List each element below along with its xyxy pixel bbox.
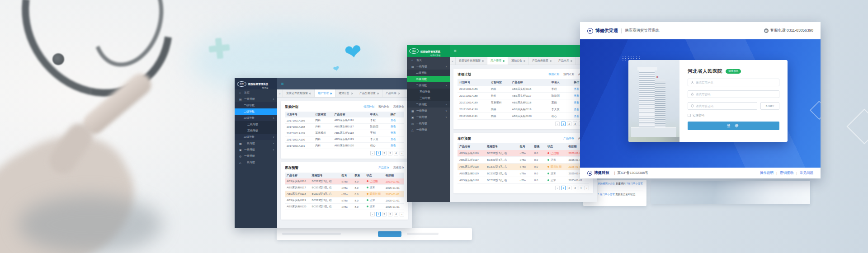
prev-page-button[interactable]: ‹ (555, 122, 560, 126)
sidebar-item-nav2[interactable]: 二级导航∧ (235, 115, 277, 121)
link-requisition-plan[interactable]: 领用计划 (548, 72, 559, 76)
page-button[interactable]: 4 (579, 186, 583, 190)
page-button[interactable]: 2 (382, 151, 387, 155)
sidebar-item-home[interactable]: ⌂首页 (235, 89, 277, 96)
page-button[interactable]: 1 (376, 212, 381, 216)
password-input[interactable] (696, 93, 776, 96)
view-link[interactable]: 查看 (389, 125, 404, 129)
tab-close-icon[interactable] (330, 93, 332, 94)
menu-toggle-icon[interactable]: ≡ (454, 49, 457, 53)
tab-close-icon[interactable] (309, 93, 311, 94)
page-button[interactable]: 3 (573, 122, 577, 126)
menu-toggle-icon[interactable]: ≡ (281, 82, 284, 86)
page-button[interactable]: 3 (388, 151, 392, 155)
collapse-tabs-icon[interactable]: « (450, 57, 456, 65)
tab-product-outbound[interactable]: 产品出库 (555, 57, 576, 65)
tab-close-icon[interactable] (351, 93, 353, 94)
captcha-field[interactable] (688, 102, 757, 110)
page-button[interactable]: 2 (382, 212, 387, 216)
captcha-question[interactable]: 6+8=? (760, 102, 779, 110)
page-button[interactable]: 4 (394, 151, 398, 155)
tab-cert-warning[interactable]: 资质证件效期预警 (283, 89, 315, 97)
password-field[interactable] (688, 90, 779, 98)
sidebar-item-nav3[interactable]: 三级导航 (407, 95, 450, 101)
link-highvalue-stock[interactable]: 高值库存 (393, 166, 404, 170)
prev-page-button[interactable]: ‹ (370, 212, 375, 216)
page-button[interactable]: 4 (394, 212, 398, 216)
sidebar-item-nav1[interactable]: ▦一级导航∨ (407, 108, 450, 114)
sidebar-item-nav1[interactable]: ◎一级导航 (235, 153, 277, 159)
feed-link[interactable]: 风驰精英小分队 (598, 182, 615, 185)
link-reserve-plan[interactable]: 预约计划 (563, 72, 574, 76)
sidebar-item-nav2[interactable]: 二级导航∨ (235, 134, 277, 140)
link-reserve-plan[interactable]: 预约计划 (378, 105, 389, 109)
link-product-stock[interactable]: 产品库存 (563, 136, 574, 141)
tab-product-outbound[interactable]: 产品出库 (382, 89, 403, 97)
sidebar-item-nav2[interactable]: 二级导航 (235, 102, 277, 108)
sidebar-item-nav1[interactable]: ▦一级导航∨ (235, 140, 277, 146)
prev-page-button[interactable]: ‹ (370, 151, 375, 155)
view-link[interactable]: 查看 (389, 131, 404, 135)
footer-link-faq[interactable]: 常见问题 (800, 171, 813, 175)
tab-product-category[interactable]: 产品分类设置 (356, 89, 382, 97)
sidebar-item-nav2[interactable]: 二级导航∨ (407, 101, 450, 108)
sidebar-item-nav2-active[interactable]: 二级导航 (407, 76, 450, 82)
feed-link[interactable]: 5 月日常小需求 (598, 193, 615, 196)
chevron-down-icon: ∨ (445, 103, 447, 106)
collapse-tabs-icon[interactable]: « (277, 89, 283, 97)
tab-close-icon[interactable] (524, 60, 525, 62)
tab-user-mgmt[interactable]: 用户管理 (315, 89, 335, 97)
page-button[interactable]: 2 (567, 186, 571, 190)
login-button[interactable]: 登 录 (688, 122, 779, 130)
next-page-button[interactable]: › (585, 186, 589, 190)
tab-close-icon[interactable] (482, 60, 484, 62)
page-button[interactable]: 1 (561, 122, 566, 126)
tab-close-icon[interactable] (503, 60, 505, 62)
prev-page-button[interactable]: ‹ (555, 186, 560, 190)
remember-checkbox[interactable] (688, 114, 691, 117)
link-requisition-plan[interactable]: 领用计划 (363, 105, 374, 109)
footer-link-manual[interactable]: 操作说明 (760, 171, 774, 175)
tab-cert-warning[interactable]: 资质证件效期预警 (456, 57, 487, 65)
link-highvalue-plan[interactable]: 高值计划 (393, 105, 404, 109)
sidebar-item-nav3[interactable]: 三级导航 (235, 127, 277, 134)
sidebar-item-nav2-active[interactable]: 二级导航 (235, 108, 277, 115)
tab-notice[interactable]: 通知公告 (335, 89, 356, 97)
sidebar-item-nav3[interactable]: 三级导航 (235, 121, 277, 127)
sidebar-item-home[interactable]: ⌂首页 (407, 57, 450, 63)
view-link[interactable]: 查看 (389, 137, 404, 141)
feed-link[interactable]: 5月日常小需求 (627, 182, 643, 185)
tab-close-icon[interactable] (377, 93, 379, 94)
sidebar-item-nav2[interactable]: 二级导航∧ (407, 82, 450, 89)
tab-product-category[interactable]: 产品分类设置 (529, 57, 555, 65)
view-link[interactable]: 查看 (389, 118, 404, 122)
captcha-input[interactable] (696, 104, 754, 108)
sidebar-item-nav3[interactable]: 三级导航 (407, 89, 450, 95)
tab-user-mgmt[interactable]: 用户管理 (487, 57, 508, 65)
footer-link-key-driver[interactable]: 密钥驱动 (780, 171, 793, 175)
tab-close-icon[interactable] (571, 60, 572, 62)
sidebar-item-nav1[interactable]: ▤一级导航∧ (407, 63, 450, 70)
link-product-stock[interactable]: 产品库存 (378, 166, 389, 170)
tab-close-icon[interactable] (550, 60, 552, 62)
sidebar-item-nav1[interactable]: ▣一级导航∨ (235, 146, 277, 153)
sidebar-item-nav1[interactable]: ▣一级导航∨ (407, 114, 450, 120)
sidebar-item-nav1[interactable]: △一级导航 (407, 126, 450, 133)
next-page-button[interactable]: › (400, 151, 404, 155)
username-input[interactable] (696, 81, 776, 84)
username-field[interactable] (688, 79, 779, 86)
next-page-button[interactable]: › (400, 212, 404, 216)
page-button[interactable]: 1 (561, 186, 566, 190)
sidebar-item-nav1[interactable]: ▤一级导航∧ (235, 96, 277, 102)
sidebar-item-nav1[interactable]: ◎一级导航 (407, 120, 450, 126)
small-blue-button[interactable] (378, 231, 401, 237)
page-button[interactable]: 1 (376, 151, 381, 155)
tab-close-icon[interactable] (398, 93, 400, 94)
view-link[interactable]: 查看 (389, 144, 404, 148)
sidebar-item-nav1[interactable]: △一级导航 (235, 159, 277, 165)
page-button[interactable]: 3 (573, 186, 577, 190)
page-button[interactable]: 3 (388, 212, 392, 216)
tab-notice[interactable]: 通知公告 (508, 57, 529, 65)
page-button[interactable]: 2 (567, 122, 571, 126)
sidebar-item-nav2[interactable]: 二级导航 (407, 70, 450, 76)
